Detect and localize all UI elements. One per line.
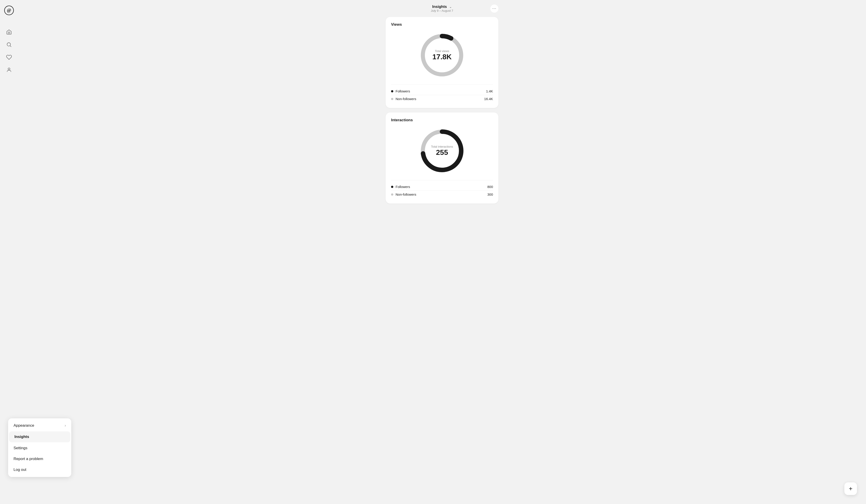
compose-button[interactable]: +	[844, 482, 857, 495]
more-options-button[interactable]: ···	[490, 4, 498, 13]
sidebar-item-home[interactable]	[6, 29, 12, 35]
dropdown-icon[interactable]: ⌄	[449, 5, 452, 9]
page-header: Insights ⌄ July 9 – August 7 ···	[386, 4, 498, 12]
menu-item-settings[interactable]: Settings	[8, 443, 71, 453]
svg-text:@: @	[7, 8, 11, 13]
svg-point-3	[8, 68, 10, 70]
interactions-card-title: Interactions	[391, 118, 493, 122]
header-title-group: Insights ⌄ July 9 – August 7	[431, 4, 453, 12]
context-menu: Appearance › Insights Settings Report a …	[8, 418, 71, 477]
compose-icon: +	[849, 485, 853, 492]
views-legend: Followers 1.4K Non-followers 16.4K	[391, 85, 493, 103]
svg-point-2	[7, 43, 10, 46]
interactions-chart-container: Total interactions 255	[391, 126, 493, 176]
views-card-title: Views	[391, 22, 493, 27]
sidebar-nav	[6, 29, 12, 73]
sidebar-item-activity[interactable]	[6, 54, 12, 60]
views-card: Views Total views 17.8K Followers	[386, 17, 498, 108]
followers-value: 1.4K	[486, 89, 493, 93]
date-range: July 9 – August 7	[431, 9, 453, 12]
followers-label: Followers	[396, 89, 410, 93]
views-donut-center: Total views 17.8K	[432, 49, 452, 61]
main-content: Insights ⌄ July 9 – August 7 ··· Views T…	[18, 0, 866, 217]
more-icon: ···	[492, 6, 496, 11]
interactions-non-followers-dot	[391, 193, 393, 195]
interactions-donut-value: 255	[431, 148, 453, 157]
interactions-followers-label: Followers	[396, 185, 410, 189]
followers-dot	[391, 90, 393, 92]
menu-item-report[interactable]: Report a problem	[8, 453, 71, 464]
menu-item-logout[interactable]: Log out	[8, 464, 71, 475]
non-followers-value: 16.4K	[484, 97, 493, 101]
interactions-donut-center: Total interactions 255	[431, 145, 453, 157]
sidebar-item-search[interactable]	[6, 42, 12, 48]
interactions-followers-dot	[391, 186, 393, 188]
views-legend-followers: Followers 1.4K	[391, 88, 493, 95]
interactions-non-followers-value: 300	[487, 192, 493, 196]
views-donut-chart: Total views 17.8K	[417, 31, 467, 80]
views-donut-label: Total views	[432, 49, 452, 53]
interactions-donut-chart: Total interactions 255	[417, 126, 467, 176]
interactions-donut-label: Total interactions	[431, 145, 453, 148]
menu-item-insights[interactable]: Insights	[9, 432, 70, 442]
menu-item-appearance[interactable]: Appearance ›	[8, 420, 71, 431]
interactions-non-followers-label: Non-followers	[396, 192, 416, 196]
sidebar-item-profile[interactable]	[6, 67, 12, 73]
app-logo[interactable]: @	[4, 5, 14, 15]
views-chart-container: Total views 17.8K	[391, 31, 493, 80]
views-donut-value: 17.8K	[432, 53, 452, 61]
chevron-right-icon: ›	[65, 424, 66, 428]
interactions-legend: Followers 800 Non-followers 300	[391, 180, 493, 198]
views-legend-non-followers: Non-followers 16.4K	[391, 95, 493, 103]
interactions-legend-followers: Followers 800	[391, 183, 493, 190]
interactions-legend-non-followers: Non-followers 300	[391, 190, 493, 198]
interactions-card: Interactions Total interactions 255	[386, 112, 498, 203]
page-title: Insights	[432, 4, 447, 9]
interactions-followers-value: 800	[487, 185, 493, 189]
non-followers-label: Non-followers	[396, 97, 416, 101]
non-followers-dot	[391, 98, 393, 100]
